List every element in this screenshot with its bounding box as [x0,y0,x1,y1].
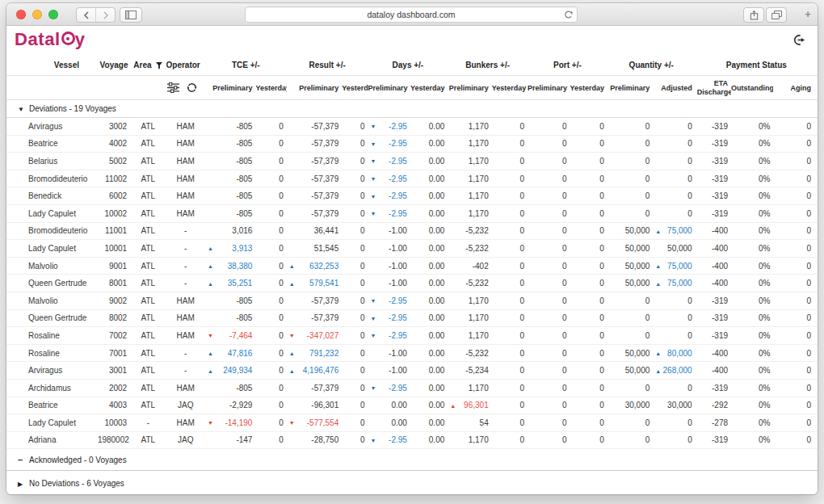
col-area[interactable]: Area [130,55,166,76]
cell-value: 0 [279,244,284,253]
section-deviations[interactable]: ▼Deviations - 19 Voyages [6,100,818,118]
subcol-result-yesterday[interactable]: Yesterday [342,76,368,100]
subcol-aging[interactable]: Aging [773,76,818,100]
area-cell: ATL [130,327,166,345]
table-row[interactable]: Bromodideuterio11001ATL-3,016036,4410-1.… [6,222,818,240]
cell-tce-preliminary: -805 [205,204,255,222]
triangle-right-icon[interactable]: ▶ [18,481,29,488]
table-row[interactable]: Belarius5002ATLHAM-8050-57,3790▼-2.950.0… [6,153,818,170]
refresh-button[interactable] [187,82,197,93]
table-row[interactable]: Rosaline7001ATL-▲47,8160▲791,2320-1.000.… [6,344,818,362]
table-row[interactable]: Malvolio9001ATL-▲38,3800▲632,2530-1.000.… [6,257,818,275]
cell-value: 0% [759,296,770,305]
subcol-tce-preliminary[interactable]: Preliminary [205,76,255,100]
table-row[interactable]: Lady Capulet10001ATL-▲3,913051,5450-1.00… [6,240,818,258]
section-cell: ▼Deviations - 19 Voyages [6,100,818,118]
table-row[interactable]: Beatrice4002ATLHAM-8050-57,3790▼-2.950.0… [6,135,818,153]
voyage-cell: 7002 [98,327,130,345]
subcol-eta-discharge[interactable]: ETA Discharge [696,76,731,100]
cell-value: -319 [712,313,728,322]
cell-quantity-preliminary: 0 [607,292,653,309]
url-field[interactable]: dataloy dashboard.com [245,6,578,23]
subcol-port-yesterday[interactable]: Yesterday [570,76,607,100]
share-button[interactable] [743,7,764,23]
col-result[interactable]: Result +/- [287,55,368,76]
cell-value: 0 [687,435,692,444]
vessel-cell: Rosaline [6,327,98,345]
subcol-quantity-adjusted[interactable]: Adjusted [653,76,695,100]
url-text[interactable]: dataloy dashboard.com [246,10,577,19]
subcol-days-preliminary[interactable]: Preliminary [368,76,410,100]
col-tce[interactable]: TCE +/- [205,55,287,76]
sidebar-toggle-button[interactable] [120,7,142,23]
col-operator[interactable]: Operator [166,55,205,76]
cell-value: 0 [645,313,650,322]
vessel-cell: Arviragus [6,362,98,380]
table-row[interactable]: Rosaline7002ATLHAM▼-7,4640▼-347,0270▼-2.… [6,327,818,345]
filter-icon[interactable] [156,62,162,69]
cell-value: 632,253 [309,262,338,271]
cell-value: -805 [236,157,252,166]
area-cell: - [130,414,166,432]
section-acknowledged[interactable]: –Acknowledged - 0 Voyages [6,449,818,471]
col-quantity[interactable]: Quantity +/- [607,55,696,76]
table-row[interactable]: Beatrice4003ATLJAQ-2,9290-96,30100.000.0… [6,397,818,414]
table-row[interactable]: Arviragus3001ATL-▲249,9340▲4,196,4760-1.… [6,362,818,380]
triangle-up-icon: ▲ [289,351,295,356]
col-days[interactable]: Days +/- [368,55,448,76]
subcol-outstanding[interactable]: Outstanding [731,76,773,100]
subcol-quantity-preliminary[interactable]: Preliminary [607,76,653,100]
triangle-down-icon[interactable]: ▼ [18,106,29,113]
subcol-result-preliminary[interactable]: Preliminary [287,76,343,100]
col-voyage[interactable]: Voyage [98,55,130,76]
voyage-cell: 7001 [98,344,130,362]
table-row[interactable]: Queen Gertrude8002ATLHAM-8050-57,3790▼-2… [6,309,818,327]
settings-sliders-button[interactable] [167,82,179,93]
subcol-tce-yesterday[interactable]: Yesterday [255,76,286,100]
cell-value: 0 [599,418,604,427]
table-row[interactable]: Arviragus3002ATLHAM-8050-57,3790▼-2.950.… [6,118,818,136]
cell-quantity-adjusted: 0 [653,431,695,449]
cell-value: 0% [759,209,770,218]
cell-value: -5,232 [465,244,488,253]
cell-value: 0 [562,209,567,218]
logout-button[interactable] [792,34,805,46]
operator-cell: HAM [166,135,205,153]
cell-quantity-adjusted: 0 [653,379,695,397]
subcol-bunkers-preliminary[interactable]: Preliminary [448,76,491,100]
table-row[interactable]: Malvolio9002ATLHAM-8050-57,3790▼-2.950.0… [6,292,818,309]
table-row[interactable]: Adriana1980002ATLJAQ-1470-28,7500▼-2.950… [6,431,818,449]
subcol-bunkers-yesterday[interactable]: Yesterday [492,76,528,100]
close-window-button[interactable] [16,10,26,19]
col-payment-status[interactable]: Payment Status [696,55,818,76]
section-no-deviations[interactable]: ▶No Deviations - 6 Voyages [6,471,818,494]
table-row[interactable]: Queen Gertrude8001ATL-▲35,2510▲579,5410-… [6,275,818,292]
table-row[interactable]: Benedick6002ATLHAM-8050-57,3790▼-2.950.0… [6,187,818,205]
table-row[interactable]: Lady Capulet10002ATLHAM-8050-57,3790▼-2.… [6,204,818,222]
cell-result-yesterday: 0 [342,292,368,309]
cell-result-yesterday: 0 [342,170,368,187]
new-tab-button[interactable]: + [800,7,816,21]
cell-port-yesterday: 0 [570,222,607,240]
col-port[interactable]: Port +/- [528,55,607,76]
show-tabs-button[interactable] [766,7,787,23]
cell-port-yesterday: 0 [570,240,607,258]
col-vessel[interactable]: Vessel [6,55,98,76]
cell-quantity-adjusted: 30,000 [653,397,695,414]
minimize-window-button[interactable] [32,10,42,19]
subcol-port-preliminary[interactable]: Preliminary [528,76,570,100]
forward-button[interactable] [95,8,115,22]
reload-button[interactable] [564,10,573,19]
cell-value: 0.00 [429,226,444,235]
subcol-days-yesterday[interactable]: Yesterday [410,76,448,100]
zoom-window-button[interactable] [48,10,58,19]
table-row[interactable]: Archidamus2002ATLHAM-8050-57,3790▼-2.950… [6,379,818,397]
cell-value: 0 [806,331,811,340]
minus-icon[interactable]: – [18,455,29,464]
table-row[interactable]: Bromodideuterio11002ATLHAM-8050-57,3790▼… [6,170,818,187]
back-button[interactable] [77,8,95,22]
cell-result-preliminary: -57,379 [287,309,343,327]
col-bunkers[interactable]: Bunkers +/- [448,55,528,76]
cell-port-yesterday: 0 [570,344,607,362]
table-row[interactable]: Lady Capulet10003-HAM▼-14,1900▼-577,5540… [6,414,818,432]
